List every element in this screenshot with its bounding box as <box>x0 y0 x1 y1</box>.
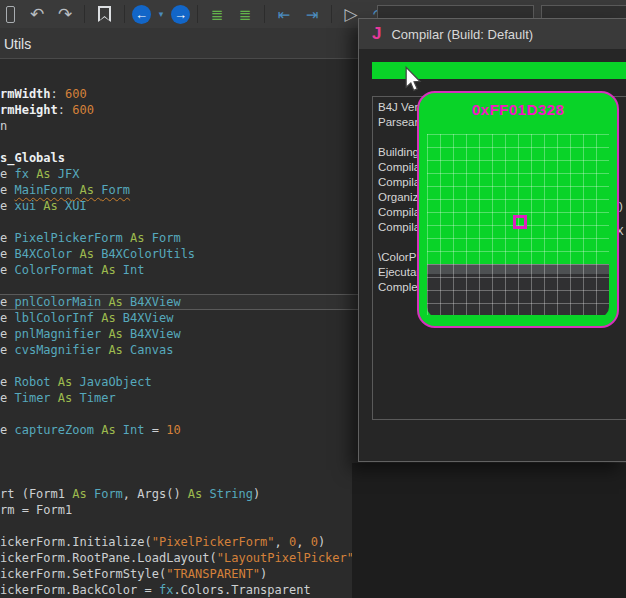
code-token: "PixelPickerForm" <box>152 535 275 549</box>
nav-forward-icon[interactable] <box>171 5 190 24</box>
code-token: B4XView <box>130 295 181 309</box>
redo-icon[interactable]: ↷ <box>53 3 77 25</box>
code-token: ickerForm.BackColor = <box>0 583 159 597</box>
code-token: e <box>0 375 14 389</box>
code-token: rt (Form1 <box>0 487 65 501</box>
code-token: e <box>0 311 14 325</box>
code-token: As <box>94 263 123 277</box>
code-token: : <box>51 87 65 101</box>
code-token: lblColorInf <box>14 311 93 325</box>
code-token: e <box>0 423 14 437</box>
edit-icon[interactable] <box>6 6 15 23</box>
code-token: cvsMagnifier <box>14 343 101 357</box>
code-token: As <box>101 327 130 341</box>
code-token: e <box>0 391 14 405</box>
code-token: ickerForm.RootPane.LoadLayout( <box>0 551 217 565</box>
code-token: ickerForm.Initialize( <box>0 535 152 549</box>
code-token: Form <box>152 231 181 245</box>
code-token: As <box>36 199 65 213</box>
code-token: e <box>0 231 14 245</box>
code-token: Canvas <box>130 343 173 357</box>
code-token: As <box>51 375 80 389</box>
code-token: , <box>296 535 310 549</box>
code-token: e <box>0 199 14 213</box>
code-token: B4XColorUtils <box>101 247 195 261</box>
code-token: 10 <box>166 423 180 437</box>
mouse-cursor-icon <box>404 66 422 96</box>
code-token: B4XView <box>130 327 181 341</box>
b4j-logo-icon: J <box>372 24 381 44</box>
code-token: s_Globals <box>0 151 65 165</box>
compiler-titlebar[interactable]: J Compilar (Build: Default) <box>359 19 626 49</box>
toolbar-separator <box>84 5 85 23</box>
code-token: Form <box>94 487 123 501</box>
code-token: MainForm <box>14 183 72 197</box>
code-token: B4XColor <box>14 247 72 261</box>
code-token: As <box>29 167 58 181</box>
nav-back-dropdown-icon[interactable]: ▾ <box>155 3 167 25</box>
code-token: XUI <box>65 199 87 213</box>
code-token: captureZoom <box>14 423 93 437</box>
code-token: : <box>58 103 72 117</box>
magnified-pixels-view <box>427 134 609 315</box>
code-token: "LayoutPixelPicker" <box>217 551 354 565</box>
code-token: 600 <box>65 87 87 101</box>
code-token: B4XView <box>123 311 174 325</box>
code-token: e <box>0 183 14 197</box>
code-token: n <box>0 119 7 133</box>
tab-utils[interactable]: Utils <box>0 34 37 54</box>
code-token: e <box>0 167 14 181</box>
code-token: As <box>72 183 101 197</box>
code-token: ickerForm.SetFormStyle( <box>0 567 166 581</box>
toolbar-separator <box>197 5 198 23</box>
code-token: As <box>181 487 210 501</box>
code-token: ) <box>318 535 325 549</box>
code-token: 0 <box>311 535 318 549</box>
code-token: As <box>94 423 123 437</box>
center-pixel-indicator-icon <box>513 215 527 229</box>
code-token: As <box>65 487 94 501</box>
indent-icon[interactable]: ⇥ <box>300 3 324 25</box>
code-token: rmHeight <box>0 103 58 117</box>
code-token: Timer <box>14 391 50 405</box>
code-token: e <box>0 295 14 309</box>
code-token: e <box>0 343 14 357</box>
code-token: rmWidth <box>0 87 51 101</box>
code-token: xui <box>14 199 36 213</box>
code-token: , Args() <box>123 487 181 501</box>
uncomment-icon[interactable]: ≣ <box>233 3 257 25</box>
code-token: ) <box>253 487 260 501</box>
nav-back-icon[interactable] <box>132 5 151 24</box>
code-token: e <box>0 263 14 277</box>
picked-color-hex-label: 0xFF01D328 <box>419 101 617 118</box>
code-token: fx <box>159 583 173 597</box>
code-token: .Colors.Transparent <box>173 583 310 597</box>
log-line-fragment: ) <box>619 200 623 212</box>
code-token: "TRANSPARENT" <box>166 567 260 581</box>
outdent-icon[interactable]: ⇤ <box>272 3 296 25</box>
code-token: Form <box>101 183 130 197</box>
code-token: e <box>0 327 14 341</box>
color-magnifier-panel[interactable]: 0xFF01D328 <box>417 91 619 328</box>
editor-empty-area <box>352 463 626 598</box>
code-token: As <box>123 231 152 245</box>
code-token: e <box>0 247 14 261</box>
code-token: rm = Form1 <box>0 503 72 517</box>
code-token: As <box>72 247 101 261</box>
code-token: As <box>101 295 130 309</box>
code-token: JFX <box>58 167 80 181</box>
code-token: ColorFormat <box>14 263 93 277</box>
code-token: , <box>275 535 289 549</box>
b4j-ide-window: ↶↷▾≣≣⇤⇥▷↷↻↻◔ Utils rmWidth: 600rmHeight:… <box>0 0 626 598</box>
undo-icon[interactable]: ↶ <box>25 3 49 25</box>
code-token: = <box>145 423 167 437</box>
comment-icon[interactable]: ≣ <box>205 3 229 25</box>
code-token: As <box>51 391 80 405</box>
code-token: Int <box>123 423 145 437</box>
toolbar-separator <box>124 5 125 23</box>
code-token: pnlMagnifier <box>14 327 101 341</box>
bookmark-icon[interactable] <box>98 6 111 22</box>
code-token: PixelPickerForm <box>14 231 122 245</box>
code-token: Int <box>123 263 145 277</box>
compiler-window-title: Compilar (Build: Default) <box>391 27 533 42</box>
